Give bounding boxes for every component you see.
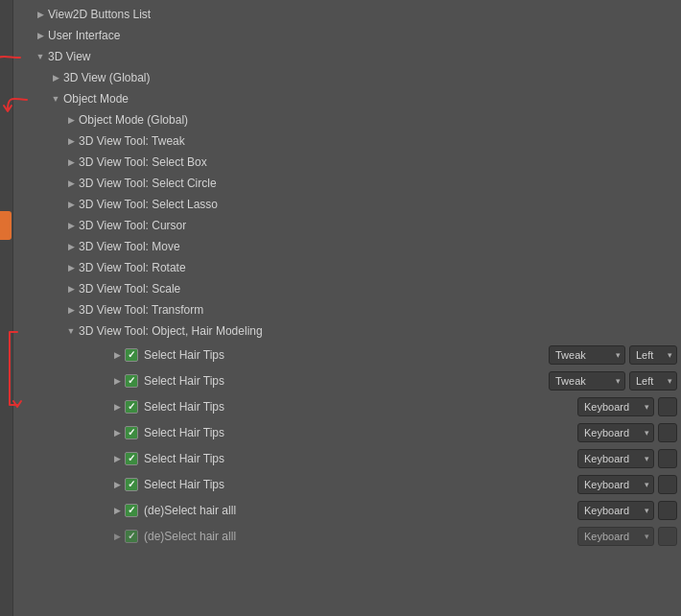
sidebar-strip (0, 0, 13, 616)
keybind-row-hair5: Select Hair Tips Keyboard (13, 445, 681, 471)
tree-item-user-interface[interactable]: User Interface (13, 25, 681, 46)
label-tool-scale: 3D View Tool: Scale (79, 282, 677, 296)
dropdown-type-hair2[interactable]: Tweak (549, 371, 625, 391)
label-3d-view: 3D View (48, 50, 677, 63)
arrow-hair2[interactable] (109, 373, 125, 389)
tree-item-tool-scale[interactable]: 3D View Tool: Scale (13, 278, 681, 299)
keybind-row-hair3: Select Hair Tips Keyboard (13, 393, 681, 419)
keybind-right-deselect1: Keyboard (577, 501, 677, 520)
tree-item-tool-tweak[interactable]: 3D View Tool: Tweak (13, 130, 681, 152)
arrow-tool-transform (63, 302, 79, 318)
tree-item-tool-rotate[interactable]: 3D View Tool: Rotate (13, 257, 681, 278)
dropdown-type-hair3[interactable]: Keyboard (577, 397, 654, 416)
checkbox-hair6[interactable] (125, 478, 138, 491)
tree-item-tool-select-circle[interactable]: 3D View Tool: Select Circle (13, 173, 681, 194)
tree-item-tool-select-lasso[interactable]: 3D View Tool: Select Lasso (13, 194, 681, 215)
tree-container: View2D Buttons List User Interface 3D Vi… (13, 0, 681, 553)
dropdown-type-hair1[interactable]: Tweak (549, 345, 625, 365)
keybind-left-hair6: Select Hair Tips (109, 477, 577, 492)
label-object-mode: Object Mode (63, 92, 677, 106)
keybind-right-hair3: Keyboard (577, 397, 677, 416)
keybind-right-hair4: Keyboard (577, 423, 677, 442)
tree-item-3d-view[interactable]: 3D View (13, 46, 681, 67)
arrow-hair1[interactable] (109, 347, 125, 363)
arrow-hair6[interactable] (109, 477, 125, 492)
arrow-tool-hair (63, 323, 79, 339)
keybind-row-hair4: Select Hair Tips Keyboard (13, 419, 681, 445)
arrow-tool-tweak (63, 133, 79, 149)
extra-btn-hair5[interactable] (658, 449, 677, 468)
tree-item-object-mode[interactable]: Object Mode (13, 88, 681, 109)
tree-item-3d-view-global[interactable]: 3D View (Global) (13, 67, 681, 88)
checkbox-deselect2[interactable] (125, 530, 138, 543)
arrow-hair5[interactable] (109, 451, 125, 466)
keybind-row-deselect1: (de)Select hair alll Keyboard (13, 497, 681, 523)
label-object-mode-global: Object Mode (Global) (79, 113, 677, 127)
tree-item-object-mode-global[interactable]: Object Mode (Global) (13, 109, 681, 130)
keybind-right-deselect2: Keyboard (577, 527, 677, 546)
checkbox-hair2[interactable] (125, 374, 138, 388)
checkbox-deselect1[interactable] (125, 504, 138, 517)
keybind-right-hair2: Tweak Left (549, 371, 677, 391)
arrow-tool-select-box (63, 154, 79, 170)
extra-btn-deselect1[interactable] (658, 501, 677, 520)
arrow-3d-view (33, 49, 48, 64)
label-tool-tweak: 3D View Tool: Tweak (79, 134, 677, 148)
checkbox-hair5[interactable] (125, 452, 138, 465)
arrow-hair3[interactable] (109, 399, 125, 415)
label-hair6: Select Hair Tips (144, 478, 577, 491)
tree-item-tool-transform[interactable]: 3D View Tool: Transform (13, 299, 681, 320)
arrow-deselect1[interactable] (109, 503, 125, 518)
label-tool-rotate: 3D View Tool: Rotate (79, 261, 677, 274)
arrow-tool-select-circle (63, 176, 79, 191)
label-tool-transform: 3D View Tool: Transform (79, 303, 677, 317)
extra-btn-hair4[interactable] (658, 423, 677, 442)
tree-item-tool-select-box[interactable]: 3D View Tool: Select Box (13, 152, 681, 173)
extra-btn-hair3[interactable] (658, 397, 677, 416)
label-tool-select-box: 3D View Tool: Select Box (79, 155, 677, 169)
keybind-row-deselect2: (de)Select hair alll Keyboard (13, 523, 681, 549)
extra-btn-deselect2[interactable] (658, 527, 677, 546)
keybind-row-hair2: Select Hair Tips Tweak Left (13, 367, 681, 393)
arrow-user-interface (33, 28, 48, 43)
label-tool-select-circle: 3D View Tool: Select Circle (79, 177, 677, 190)
keybind-right-hair5: Keyboard (577, 449, 677, 468)
dropdown-type-hair5[interactable]: Keyboard (577, 449, 654, 468)
label-hair1: Select Hair Tips (144, 348, 549, 362)
checkbox-hair3[interactable] (125, 400, 138, 414)
keybind-left-hair2: Select Hair Tips (109, 373, 549, 389)
dropdown-type-deselect1[interactable]: Keyboard (577, 501, 654, 520)
label-hair3: Select Hair Tips (144, 400, 577, 414)
tree-item-tool-move[interactable]: 3D View Tool: Move (13, 236, 681, 257)
extra-btn-hair6[interactable] (658, 475, 677, 494)
tree-item-tool-cursor[interactable]: 3D View Tool: Cursor (13, 215, 681, 236)
dropdown-modifier-hair1[interactable]: Left (629, 345, 677, 365)
keybind-left-hair4: Select Hair Tips (109, 425, 577, 440)
dropdown-type-hair6[interactable]: Keyboard (577, 475, 654, 494)
arrow-deselect2[interactable] (109, 529, 125, 544)
tree-item-tool-hair[interactable]: 3D View Tool: Object, Hair Modeling (13, 320, 681, 342)
arrow-hair4[interactable] (109, 425, 125, 440)
arrow-object-mode-global (63, 112, 79, 128)
tree-item-view2d[interactable]: View2D Buttons List (13, 4, 681, 25)
arrow-object-mode (48, 91, 63, 107)
keybind-left-hair1: Select Hair Tips (109, 347, 549, 363)
arrow-tool-cursor (63, 218, 79, 233)
label-tool-hair: 3D View Tool: Object, Hair Modeling (79, 324, 677, 338)
checkbox-hair4[interactable] (125, 426, 138, 439)
dropdown-type-deselect2[interactable]: Keyboard (577, 527, 654, 546)
arrow-tool-scale (63, 281, 79, 296)
arrow-view2d (33, 7, 48, 22)
dropdown-type-hair4[interactable]: Keyboard (577, 423, 654, 442)
label-tool-select-lasso: 3D View Tool: Select Lasso (79, 198, 677, 211)
label-deselect2: (de)Select hair alll (144, 530, 577, 543)
keybind-row-hair1: Select Hair Tips Tweak Left (13, 342, 681, 367)
label-hair2: Select Hair Tips (144, 374, 549, 388)
keybind-left-deselect2: (de)Select hair alll (109, 529, 577, 544)
keybind-left-hair5: Select Hair Tips (109, 451, 577, 466)
label-user-interface: User Interface (48, 29, 677, 42)
orange-handle[interactable] (0, 211, 12, 240)
checkbox-hair1[interactable] (125, 348, 138, 362)
keybind-right-hair1: Tweak Left (549, 345, 677, 365)
dropdown-modifier-hair2[interactable]: Left (629, 371, 677, 391)
